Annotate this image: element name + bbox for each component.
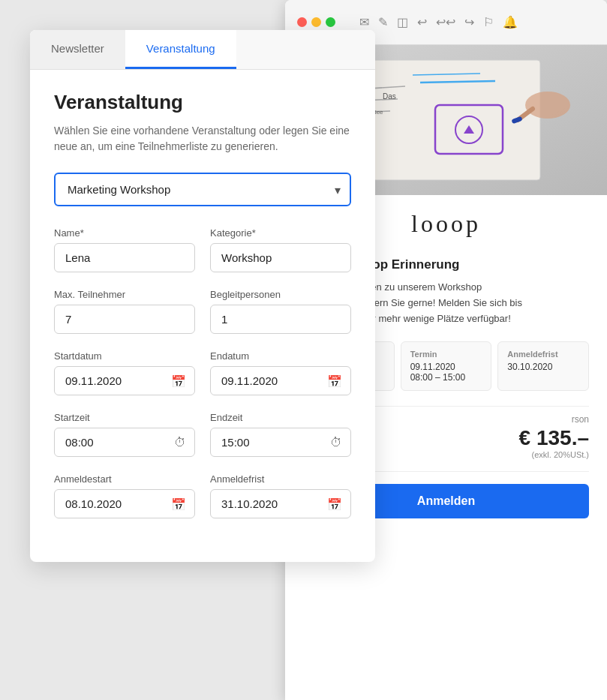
datum-row: Startdatum 📅 Endatum 📅 xyxy=(54,350,351,395)
anmeldestart-input-wrapper: 📅 xyxy=(54,489,195,518)
max-teilnehmer-input[interactable] xyxy=(54,305,195,334)
anmeldefrist-label: Anmeldefrist xyxy=(210,473,351,485)
calendar-icon[interactable]: 📅 xyxy=(171,374,186,388)
anmeldefrist-group: Anmeldefrist 📅 xyxy=(210,473,351,518)
anmeldefrist-input-wrapper: 📅 xyxy=(210,489,351,518)
startzeit-label: Startzeit xyxy=(54,412,195,423)
anmeldestart-label: Anmeldestart xyxy=(54,473,195,485)
undo2-icon[interactable]: ↩↩ xyxy=(436,15,455,29)
max-teilnehmer-label: Max. Teilnehmer xyxy=(54,289,195,300)
svg-text:Das: Das xyxy=(383,92,396,101)
begleitpersonen-group: Begleitpersonen xyxy=(210,289,351,334)
anmelde-row: Anmeldestart 📅 Anmeldefrist 📅 xyxy=(54,473,351,518)
calendar-end-icon[interactable]: 📅 xyxy=(327,374,342,388)
edit-icon[interactable]: ✎ xyxy=(378,15,388,29)
teilnehmer-begleit-row: Max. Teilnehmer Begleitpersonen xyxy=(54,289,351,334)
traffic-lights xyxy=(297,17,335,27)
tab-veranstaltung[interactable]: Veranstaltung xyxy=(125,30,236,69)
event-detail-termin-value: 09.11.202008:00 – 15:00 xyxy=(410,362,482,383)
calendar-anmeldefrist-icon[interactable]: 📅 xyxy=(327,497,342,511)
name-kategorie-row: Name* Kategorie* xyxy=(54,227,351,272)
svg-point-10 xyxy=(525,92,570,119)
layout-icon[interactable]: ◫ xyxy=(397,15,408,29)
endatum-group: Endatum 📅 xyxy=(210,350,351,395)
browser-toolbar: ✉ ✎ ◫ ↩ ↩↩ ↪ ⚐ 🔔 xyxy=(359,15,518,29)
name-input[interactable] xyxy=(54,243,195,272)
minimize-button[interactable] xyxy=(311,17,321,27)
event-select-wrapper: Marketing Workshop Sales Workshop Design… xyxy=(54,173,351,206)
maximize-button[interactable] xyxy=(326,17,335,27)
form-panel: Newsletter Veranstaltung Veranstaltung W… xyxy=(30,30,375,562)
clock-start-icon[interactable]: ⏱ xyxy=(174,436,186,449)
kategorie-input[interactable] xyxy=(210,243,351,272)
endatum-label: Endatum xyxy=(210,350,351,362)
event-detail-anmeldefrist-label: Anmeldefrist xyxy=(507,350,579,359)
begleitpersonen-label: Begleitpersonen xyxy=(210,289,351,300)
startdatum-group: Startdatum 📅 xyxy=(54,350,195,395)
form-body: Veranstaltung Wählen Sie eine vorhandene… xyxy=(30,70,375,562)
clock-end-icon[interactable]: ⏱ xyxy=(330,436,342,449)
tab-newsletter[interactable]: Newsletter xyxy=(30,30,125,69)
event-detail-termin-label: Termin xyxy=(410,350,482,359)
startzeit-input-wrapper: ⏱ xyxy=(54,428,195,457)
startdatum-label: Startdatum xyxy=(54,350,195,362)
event-detail-termin: Termin 09.11.202008:00 – 15:00 xyxy=(401,341,492,391)
kategorie-field-group: Kategorie* xyxy=(210,227,351,272)
endzeit-group: Endzeit ⏱ xyxy=(210,412,351,457)
kategorie-label: Kategorie* xyxy=(210,227,351,239)
flag-icon[interactable]: ⚐ xyxy=(483,15,494,29)
endatum-input-wrapper: 📅 xyxy=(210,366,351,395)
event-detail-anmeldefrist: Anmeldefrist 30.10.2020 xyxy=(497,341,589,391)
form-description: Wählen Sie eine vorhandene Veranstaltung… xyxy=(54,123,351,155)
endzeit-input-wrapper: ⏱ xyxy=(210,428,351,457)
startzeit-group: Startzeit ⏱ xyxy=(54,412,195,457)
event-detail-anmeldefrist-value: 30.10.2020 xyxy=(507,362,579,372)
begleitpersonen-input[interactable] xyxy=(210,305,351,334)
anmeldestart-group: Anmeldestart 📅 xyxy=(54,473,195,518)
event-select[interactable]: Marketing Workshop Sales Workshop Design… xyxy=(54,173,351,206)
calendar-anmeldestart-icon[interactable]: 📅 xyxy=(171,497,186,511)
tab-bar: Newsletter Veranstaltung xyxy=(30,30,375,70)
zeit-row: Startzeit ⏱ Endzeit ⏱ xyxy=(54,412,351,457)
form-title: Veranstaltung xyxy=(54,91,351,114)
bell-icon[interactable]: 🔔 xyxy=(503,15,518,29)
redo-icon[interactable]: ↪ xyxy=(464,15,474,29)
undo-icon[interactable]: ↩ xyxy=(417,15,427,29)
mail-icon[interactable]: ✉ xyxy=(359,15,369,29)
max-teilnehmer-group: Max. Teilnehmer xyxy=(54,289,195,334)
name-field-group: Name* xyxy=(54,227,195,272)
close-button[interactable] xyxy=(297,17,307,27)
startdatum-input-wrapper: 📅 xyxy=(54,366,195,395)
name-label: Name* xyxy=(54,227,195,239)
endzeit-label: Endzeit xyxy=(210,412,351,423)
